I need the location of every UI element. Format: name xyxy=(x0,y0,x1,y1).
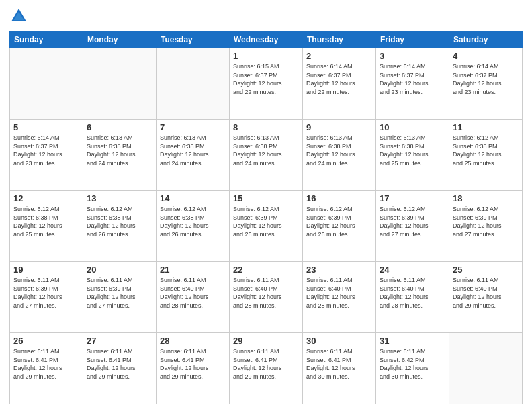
day-cell: 16Sunrise: 6:12 AM Sunset: 6:39 PM Dayli… xyxy=(303,191,376,262)
day-info: Sunrise: 6:13 AM Sunset: 6:38 PM Dayligh… xyxy=(233,134,299,167)
day-cell: 11Sunrise: 6:12 AM Sunset: 6:38 PM Dayli… xyxy=(449,120,523,191)
day-cell xyxy=(449,333,523,404)
day-number: 2 xyxy=(306,51,372,61)
day-info: Sunrise: 6:11 AM Sunset: 6:39 PM Dayligh… xyxy=(87,276,152,310)
day-info: Sunrise: 6:12 AM Sunset: 6:39 PM Dayligh… xyxy=(306,205,372,238)
day-cell: 5Sunrise: 6:14 AM Sunset: 6:37 PM Daylig… xyxy=(10,120,83,191)
day-number: 22 xyxy=(233,265,299,275)
day-info: Sunrise: 6:14 AM Sunset: 6:37 PM Dayligh… xyxy=(306,62,372,96)
day-number: 1 xyxy=(233,51,299,61)
weekday-header-thursday: Thursday xyxy=(303,32,376,48)
day-number: 20 xyxy=(87,265,152,275)
day-info: Sunrise: 6:11 AM Sunset: 6:41 PM Dayligh… xyxy=(87,347,152,381)
day-info: Sunrise: 6:13 AM Sunset: 6:38 PM Dayligh… xyxy=(160,134,226,167)
day-info: Sunrise: 6:13 AM Sunset: 6:38 PM Dayligh… xyxy=(380,134,445,167)
day-number: 15 xyxy=(233,193,299,203)
day-number: 26 xyxy=(13,336,79,346)
day-info: Sunrise: 6:12 AM Sunset: 6:38 PM Dayligh… xyxy=(13,205,79,238)
day-cell: 13Sunrise: 6:12 AM Sunset: 6:38 PM Dayli… xyxy=(83,191,157,262)
day-cell: 29Sunrise: 6:11 AM Sunset: 6:41 PM Dayli… xyxy=(230,333,303,404)
day-info: Sunrise: 6:15 AM Sunset: 6:37 PM Dayligh… xyxy=(233,62,299,96)
day-info: Sunrise: 6:12 AM Sunset: 6:38 PM Dayligh… xyxy=(160,205,226,238)
day-number: 24 xyxy=(380,265,445,275)
logo xyxy=(9,7,31,26)
weekday-header-wednesday: Wednesday xyxy=(230,32,303,48)
day-cell: 26Sunrise: 6:11 AM Sunset: 6:41 PM Dayli… xyxy=(10,333,83,404)
page: SundayMondayTuesdayWednesdayThursdayFrid… xyxy=(0,0,532,411)
day-number: 27 xyxy=(87,336,152,346)
day-cell: 15Sunrise: 6:12 AM Sunset: 6:39 PM Dayli… xyxy=(230,191,303,262)
day-cell: 22Sunrise: 6:11 AM Sunset: 6:40 PM Dayli… xyxy=(230,262,303,333)
day-info: Sunrise: 6:14 AM Sunset: 6:37 PM Dayligh… xyxy=(453,62,519,96)
day-cell: 27Sunrise: 6:11 AM Sunset: 6:41 PM Dayli… xyxy=(83,333,157,404)
day-info: Sunrise: 6:12 AM Sunset: 6:38 PM Dayligh… xyxy=(87,205,152,238)
day-number: 14 xyxy=(160,193,226,203)
day-info: Sunrise: 6:11 AM Sunset: 6:39 PM Dayligh… xyxy=(13,276,79,310)
day-cell: 31Sunrise: 6:11 AM Sunset: 6:42 PM Dayli… xyxy=(376,333,449,404)
day-cell: 9Sunrise: 6:13 AM Sunset: 6:38 PM Daylig… xyxy=(303,120,376,191)
weekday-header-sunday: Sunday xyxy=(10,32,83,48)
day-number: 10 xyxy=(380,122,445,132)
day-cell xyxy=(83,48,157,120)
day-info: Sunrise: 6:13 AM Sunset: 6:38 PM Dayligh… xyxy=(306,134,372,167)
day-number: 18 xyxy=(453,193,519,203)
day-number: 12 xyxy=(13,193,79,203)
day-number: 9 xyxy=(306,122,372,132)
day-cell: 6Sunrise: 6:13 AM Sunset: 6:38 PM Daylig… xyxy=(83,120,157,191)
calendar-table: SundayMondayTuesdayWednesdayThursdayFrid… xyxy=(9,31,523,404)
weekday-header-saturday: Saturday xyxy=(449,32,523,48)
day-number: 17 xyxy=(380,193,445,203)
day-info: Sunrise: 6:11 AM Sunset: 6:40 PM Dayligh… xyxy=(453,276,519,310)
weekday-header-friday: Friday xyxy=(376,32,449,48)
day-info: Sunrise: 6:12 AM Sunset: 6:38 PM Dayligh… xyxy=(453,134,519,167)
day-cell: 18Sunrise: 6:12 AM Sunset: 6:39 PM Dayli… xyxy=(449,191,523,262)
day-info: Sunrise: 6:11 AM Sunset: 6:42 PM Dayligh… xyxy=(380,347,445,381)
day-number: 23 xyxy=(306,265,372,275)
day-info: Sunrise: 6:11 AM Sunset: 6:41 PM Dayligh… xyxy=(160,347,226,381)
day-number: 4 xyxy=(453,51,519,61)
day-info: Sunrise: 6:11 AM Sunset: 6:41 PM Dayligh… xyxy=(13,347,79,381)
day-info: Sunrise: 6:14 AM Sunset: 6:37 PM Dayligh… xyxy=(13,134,79,167)
week-row-1: 5Sunrise: 6:14 AM Sunset: 6:37 PM Daylig… xyxy=(10,120,523,191)
day-number: 29 xyxy=(233,336,299,346)
day-number: 21 xyxy=(160,265,226,275)
day-cell: 2Sunrise: 6:14 AM Sunset: 6:37 PM Daylig… xyxy=(303,48,376,120)
day-info: Sunrise: 6:14 AM Sunset: 6:37 PM Dayligh… xyxy=(380,62,445,96)
day-number: 31 xyxy=(380,336,445,346)
day-info: Sunrise: 6:11 AM Sunset: 6:41 PM Dayligh… xyxy=(233,347,299,381)
day-cell: 28Sunrise: 6:11 AM Sunset: 6:41 PM Dayli… xyxy=(157,333,230,404)
day-cell: 24Sunrise: 6:11 AM Sunset: 6:40 PM Dayli… xyxy=(376,262,449,333)
week-row-0: 1Sunrise: 6:15 AM Sunset: 6:37 PM Daylig… xyxy=(10,48,523,120)
day-cell: 30Sunrise: 6:11 AM Sunset: 6:41 PM Dayli… xyxy=(303,333,376,404)
day-cell xyxy=(10,48,83,120)
weekday-header-tuesday: Tuesday xyxy=(157,32,230,48)
day-cell: 1Sunrise: 6:15 AM Sunset: 6:37 PM Daylig… xyxy=(230,48,303,120)
day-info: Sunrise: 6:12 AM Sunset: 6:39 PM Dayligh… xyxy=(453,205,519,238)
day-number: 11 xyxy=(453,122,519,132)
day-number: 28 xyxy=(160,336,226,346)
day-cell: 17Sunrise: 6:12 AM Sunset: 6:39 PM Dayli… xyxy=(376,191,449,262)
header xyxy=(9,7,523,26)
day-number: 30 xyxy=(306,336,372,346)
day-number: 6 xyxy=(87,122,152,132)
day-cell: 20Sunrise: 6:11 AM Sunset: 6:39 PM Dayli… xyxy=(83,262,157,333)
day-info: Sunrise: 6:12 AM Sunset: 6:39 PM Dayligh… xyxy=(233,205,299,238)
day-info: Sunrise: 6:11 AM Sunset: 6:40 PM Dayligh… xyxy=(306,276,372,310)
weekday-header-monday: Monday xyxy=(83,32,157,48)
day-cell xyxy=(157,48,230,120)
day-info: Sunrise: 6:13 AM Sunset: 6:38 PM Dayligh… xyxy=(87,134,152,167)
day-info: Sunrise: 6:11 AM Sunset: 6:40 PM Dayligh… xyxy=(160,276,226,310)
day-number: 5 xyxy=(13,122,79,132)
day-cell: 14Sunrise: 6:12 AM Sunset: 6:38 PM Dayli… xyxy=(157,191,230,262)
day-cell: 7Sunrise: 6:13 AM Sunset: 6:38 PM Daylig… xyxy=(157,120,230,191)
week-row-4: 26Sunrise: 6:11 AM Sunset: 6:41 PM Dayli… xyxy=(10,333,523,404)
day-info: Sunrise: 6:11 AM Sunset: 6:40 PM Dayligh… xyxy=(380,276,445,310)
day-cell: 25Sunrise: 6:11 AM Sunset: 6:40 PM Dayli… xyxy=(449,262,523,333)
day-cell: 21Sunrise: 6:11 AM Sunset: 6:40 PM Dayli… xyxy=(157,262,230,333)
week-row-3: 19Sunrise: 6:11 AM Sunset: 6:39 PM Dayli… xyxy=(10,262,523,333)
day-info: Sunrise: 6:12 AM Sunset: 6:39 PM Dayligh… xyxy=(380,205,445,238)
day-cell: 3Sunrise: 6:14 AM Sunset: 6:37 PM Daylig… xyxy=(376,48,449,120)
day-number: 8 xyxy=(233,122,299,132)
day-cell: 8Sunrise: 6:13 AM Sunset: 6:38 PM Daylig… xyxy=(230,120,303,191)
day-cell: 4Sunrise: 6:14 AM Sunset: 6:37 PM Daylig… xyxy=(449,48,523,120)
